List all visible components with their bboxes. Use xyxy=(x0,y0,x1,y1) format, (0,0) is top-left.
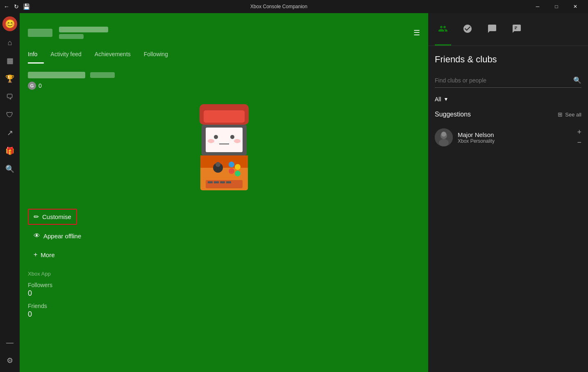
svg-point-24 xyxy=(441,132,446,137)
filter-chevron-icon[interactable]: ▼ xyxy=(444,96,449,102)
suggestion-actions: + − xyxy=(577,128,581,147)
sidebar-item-messages[interactable]: 🗨 xyxy=(2,89,18,105)
search-bar: 🔍 xyxy=(435,73,581,88)
chat-icon xyxy=(487,24,497,34)
friends-group: Friends 0 xyxy=(28,303,420,319)
friends-clubs-title: Friends & clubs xyxy=(435,54,581,65)
gamerscore-icon: G xyxy=(28,82,36,90)
search-icon[interactable]: 🔍 xyxy=(573,76,581,84)
suggestions-header: Suggestions ⊞ See all xyxy=(435,111,581,118)
tab-info[interactable]: Info xyxy=(28,46,44,64)
sidebar-item-home[interactable]: ⌂ xyxy=(2,34,18,51)
content-area: ☰ Info Activity feed Achievements Follow… xyxy=(20,13,428,372)
sidebar-item-trending[interactable]: ↗ xyxy=(2,125,18,141)
eye-icon: 👁 xyxy=(34,232,40,240)
svg-point-25 xyxy=(439,139,449,146)
sidebar-item-gifts[interactable]: 🎁 xyxy=(2,143,18,159)
sidebar-item-minus[interactable]: — xyxy=(2,334,18,351)
svg-point-12 xyxy=(216,162,220,167)
profile-username-bar xyxy=(28,72,85,78)
customise-button[interactable]: ✏ Customise xyxy=(28,209,77,225)
svg-rect-20 xyxy=(220,181,225,183)
appear-offline-button[interactable]: 👁 Appear offline xyxy=(28,228,87,244)
suggestion-avatar xyxy=(435,128,453,146)
profile-header-avatar-bar xyxy=(28,29,52,37)
more-button[interactable]: + More xyxy=(28,247,61,262)
plus-icon: + xyxy=(34,251,37,258)
tab-achievements[interactable]: Achievements xyxy=(88,46,137,64)
friends-label: Friends xyxy=(28,303,420,309)
profile-info-row xyxy=(28,72,420,78)
pencil-icon: ✏ xyxy=(34,213,39,221)
arcade-svg xyxy=(183,98,265,196)
svg-rect-18 xyxy=(208,181,213,183)
grid-icon: ⊞ xyxy=(558,111,563,118)
suggestion-avatar-img xyxy=(435,128,453,146)
suggestion-role: Xbox Personality xyxy=(458,138,572,144)
svg-point-13 xyxy=(229,162,234,167)
right-panel-content: Friends & clubs 🔍 All ▼ Suggestions ⊞ Se… xyxy=(428,46,588,372)
followers-group: Followers 0 xyxy=(28,282,420,298)
sidebar-item-settings[interactable]: ⚙ xyxy=(2,352,18,369)
svg-point-6 xyxy=(208,139,214,143)
sidebar-item-store[interactable]: ▦ xyxy=(2,52,18,69)
profile-avatar[interactable]: 😊 xyxy=(2,16,17,31)
suggestion-item: Major Nelson Xbox Personality + − xyxy=(435,125,581,150)
hamburger-button[interactable]: ☰ xyxy=(413,28,420,37)
svg-rect-10 xyxy=(200,155,248,168)
see-all-group[interactable]: ⊞ See all xyxy=(558,111,581,118)
svg-point-14 xyxy=(235,164,241,170)
arcade-machine xyxy=(183,98,265,196)
see-all-text: See all xyxy=(565,112,581,118)
clubs-icon xyxy=(463,24,472,34)
svg-rect-21 xyxy=(226,181,231,183)
back-icon[interactable]: ← xyxy=(3,3,10,10)
sidebar-item-search[interactable]: 🔍 xyxy=(2,161,18,177)
window-controls: ─ □ ✕ xyxy=(528,0,585,13)
profile-content: G 0 xyxy=(20,64,428,372)
profile-header-name xyxy=(59,27,108,39)
profile-name-bar xyxy=(59,27,108,32)
right-tab-chat[interactable] xyxy=(484,13,500,46)
suggestion-add-button[interactable]: + xyxy=(577,128,581,137)
profile-tag-bar xyxy=(90,72,115,78)
profile-tabs: Info Activity feed Achievements Followin… xyxy=(20,46,428,64)
tab-following[interactable]: Following xyxy=(137,46,175,64)
profile-name-bar2 xyxy=(59,34,84,39)
friends-value: 0 xyxy=(28,310,420,319)
svg-point-16 xyxy=(235,171,241,176)
filter-row: All ▼ xyxy=(435,96,581,103)
title-bar: ← ↻ 💾 Xbox Console Companion ─ □ ✕ xyxy=(0,0,588,13)
maximize-button[interactable]: □ xyxy=(547,0,566,13)
right-panel: Friends & clubs 🔍 All ▼ Suggestions ⊞ Se… xyxy=(428,13,588,372)
sidebar-item-achievements[interactable]: 🏆 xyxy=(2,71,18,87)
save-icon[interactable]: 💾 xyxy=(23,3,30,10)
svg-point-15 xyxy=(229,168,234,174)
minimize-button[interactable]: ─ xyxy=(528,0,547,13)
arcade-container xyxy=(28,98,420,196)
svg-point-4 xyxy=(214,135,218,139)
right-tab-friends[interactable] xyxy=(435,13,451,46)
search-input[interactable] xyxy=(435,77,573,84)
sidebar-item-shield[interactable]: 🛡 xyxy=(2,107,18,123)
followers-value: 0 xyxy=(28,289,420,298)
profile-header: ☰ xyxy=(20,13,428,46)
tab-activity-feed[interactable]: Activity feed xyxy=(44,46,88,64)
suggestion-info: Major Nelson Xbox Personality xyxy=(458,131,572,144)
app-body: 😊 ⌂ ▦ 🏆 🗨 🛡 ↗ 🎁 🔍 — ⚙ ☰ Info xyxy=(0,13,588,372)
notifications-icon xyxy=(512,24,522,34)
suggestion-remove-button[interactable]: − xyxy=(577,138,581,147)
title-bar-left: ← ↻ 💾 xyxy=(3,3,30,10)
svg-point-5 xyxy=(230,135,234,139)
avatar-face: 😊 xyxy=(5,19,15,29)
right-tab-notifications[interactable] xyxy=(509,13,525,46)
xbox-app-section-label: Xbox App xyxy=(28,271,420,277)
left-sidebar: 😊 ⌂ ▦ 🏆 🗨 🛡 ↗ 🎁 🔍 — ⚙ xyxy=(0,13,20,372)
suggestion-name: Major Nelson xyxy=(458,131,572,138)
right-panel-tabs xyxy=(428,13,588,46)
filter-label: All xyxy=(435,96,441,103)
right-tab-clubs[interactable] xyxy=(459,13,476,46)
refresh-icon[interactable]: ↻ xyxy=(13,3,20,10)
close-button[interactable]: ✕ xyxy=(566,0,585,13)
svg-point-7 xyxy=(234,139,241,143)
